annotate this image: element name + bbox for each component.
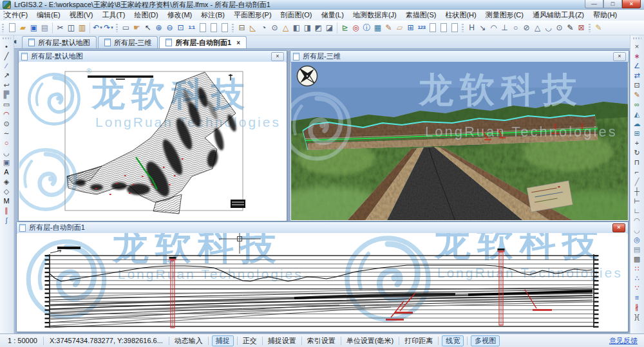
menu-section[interactable]: 剖面图(O): [276, 10, 317, 21]
page-icon[interactable]: [449, 22, 460, 33]
save-icon[interactable]: ▣: [28, 22, 39, 33]
window-3d-titlebar[interactable]: 所有层-三维 ×: [290, 51, 629, 62]
rotate-icon[interactable]: ↻: [630, 148, 643, 158]
titlebar[interactable]: LrGIS3.2 - E:\workspace\王家岭\8王家岭程序资料\所有层…: [0, 0, 644, 10]
mtext-icon[interactable]: M: [0, 196, 13, 206]
menu-edit[interactable]: 编辑(E): [32, 10, 65, 21]
region-icon[interactable]: ▛: [0, 90, 13, 100]
node-add-icon[interactable]: ∷: [630, 264, 643, 274]
match-icon[interactable]: }{: [630, 312, 643, 322]
status-line-width[interactable]: 线宽: [436, 335, 465, 346]
angle-tool-icon[interactable]: ◔: [258, 22, 269, 33]
validate-icon[interactable]: ⊵: [339, 22, 350, 33]
circle-icon[interactable]: ⊙: [0, 119, 13, 129]
arc-icon[interactable]: ◠: [0, 109, 13, 119]
move-icon[interactable]: +: [630, 138, 643, 148]
arrow-line-icon[interactable]: ↗: [0, 71, 13, 80]
menu-column[interactable]: 柱状图(H): [440, 10, 480, 21]
curve-edit-icon[interactable]: ◡: [630, 225, 643, 235]
line-icon[interactable]: ╱: [0, 52, 13, 61]
arc-3p-icon[interactable]: ◡: [0, 148, 13, 158]
polyline-edit-icon[interactable]: ∠: [630, 61, 643, 71]
menu-ventilation-tools[interactable]: 通风辅助工具(Z): [528, 10, 589, 21]
rectangle-icon[interactable]: ▭: [0, 100, 13, 109]
circle-center-icon[interactable]: ⊙: [269, 22, 280, 33]
minimize-button[interactable]: —: [585, 0, 603, 8]
grid-icon[interactable]: ⊞: [405, 22, 416, 33]
menu-tools[interactable]: 工具(T): [97, 10, 129, 21]
move-object-icon[interactable]: ◨: [302, 22, 313, 33]
folder-sheet-icon[interactable]: ▱: [394, 22, 405, 33]
window-close-button[interactable]: ×: [271, 52, 284, 61]
image-icon[interactable]: ▣: [0, 158, 13, 167]
radius-dim-icon[interactable]: ◡: [543, 22, 554, 33]
page-icon[interactable]: [208, 22, 219, 33]
block-icon[interactable]: ◇: [0, 187, 13, 196]
print-icon[interactable]: ▤: [39, 22, 50, 33]
line-edit-icon[interactable]: ╱: [630, 177, 643, 187]
node-move-icon[interactable]: ∴: [630, 274, 643, 283]
menu-view[interactable]: 视图(V): [65, 10, 98, 21]
tab-default-map[interactable]: 所有层-默认地图: [22, 36, 97, 48]
explode-icon[interactable]: ∗: [630, 52, 643, 61]
redo-icon[interactable]: ↷: [103, 22, 114, 33]
status-index-settings[interactable]: 索引设置: [299, 336, 339, 346]
window-close-button[interactable]: ×: [613, 52, 626, 61]
window-auto-section-titlebar[interactable]: 所有层-自动剖面1 ×: [17, 222, 628, 234]
modify-icon[interactable]: ✎: [630, 90, 643, 100]
tab-close-icon[interactable]: ×: [236, 39, 240, 46]
open-file-icon[interactable]: ▰: [17, 22, 28, 33]
copy-icon[interactable]: ◫: [66, 22, 77, 33]
leader-dim-icon[interactable]: ↘: [477, 22, 488, 33]
chamfer-icon[interactable]: ∟: [630, 206, 643, 216]
dashed-line-icon[interactable]: ∕: [0, 61, 13, 71]
page-icon[interactable]: [438, 22, 449, 33]
status-snap[interactable]: 捕捉: [206, 335, 235, 346]
select-arrow-icon[interactable]: ↖: [142, 22, 153, 33]
paste-icon[interactable]: ▥: [77, 22, 88, 33]
slope-tool-icon[interactable]: ◺: [247, 22, 258, 33]
zoom-1-1-icon[interactable]: 1:1: [186, 22, 197, 33]
feedback-link[interactable]: 意见反馈: [609, 336, 638, 346]
hatch-fill-icon[interactable]: ▩: [630, 254, 643, 264]
node-merge-icon[interactable]: ∦: [630, 303, 643, 312]
align-object-icon[interactable]: ◩: [313, 22, 324, 33]
menu-annotate[interactable]: 标注(B): [196, 10, 229, 21]
arc-edit-icon[interactable]: ◠: [630, 216, 643, 225]
info-icon[interactable]: ⓘ: [361, 22, 372, 33]
menu-reserves[interactable]: 储量(L): [316, 10, 348, 21]
node-stretch-icon[interactable]: ∵: [630, 283, 643, 293]
array-icon[interactable]: ⊞: [630, 129, 643, 138]
reverse-icon[interactable]: ⇄: [630, 71, 643, 80]
status-print-distance[interactable]: 打印距离: [397, 336, 436, 346]
status-ortho[interactable]: 正交: [235, 336, 260, 346]
node-align-icon[interactable]: ≡: [630, 293, 643, 303]
axis-dim-icon[interactable]: ⊥: [499, 22, 510, 33]
text-icon[interactable]: A: [0, 167, 13, 177]
angle-dim-icon[interactable]: △: [532, 22, 543, 33]
undo-icon[interactable]: ↶: [92, 22, 103, 33]
spline-icon[interactable]: ∼: [0, 129, 13, 138]
numbers-icon[interactable]: 123: [416, 22, 427, 33]
mirror-icon[interactable]: ◭: [630, 109, 643, 119]
group-icon[interactable]: ∞: [630, 100, 643, 109]
menu-draw[interactable]: 绘图(D): [129, 10, 162, 21]
format-brush-icon[interactable]: ✎: [593, 22, 604, 33]
leader-icon[interactable]: ↩: [0, 80, 13, 90]
arc-dim-icon[interactable]: ◠: [488, 22, 499, 33]
tab-3d[interactable]: 所有层-三维: [98, 36, 158, 48]
menu-plane-graphics[interactable]: 平面图形(P): [229, 10, 276, 21]
page-icon[interactable]: [427, 22, 438, 33]
tab-auto-section[interactable]: 所有层-自动剖面1 ×: [159, 36, 247, 48]
zoom-in-icon[interactable]: ⊕: [153, 22, 164, 33]
copy-object-icon[interactable]: ◧: [291, 22, 302, 33]
cut-icon[interactable]: ✂: [55, 22, 66, 33]
point-icon[interactable]: •: [0, 42, 13, 52]
hatch-icon[interactable]: ◈: [0, 177, 13, 187]
table-icon[interactable]: ▦: [372, 22, 383, 33]
pen-icon[interactable]: ✎: [565, 22, 576, 33]
window-default-map-titlebar[interactable]: 所有层-默认地图 ×: [19, 51, 287, 62]
offset-icon[interactable]: ⊓: [630, 158, 643, 167]
render-icon[interactable]: ▤: [630, 245, 643, 254]
status-multi-view[interactable]: 多视图: [465, 335, 501, 346]
